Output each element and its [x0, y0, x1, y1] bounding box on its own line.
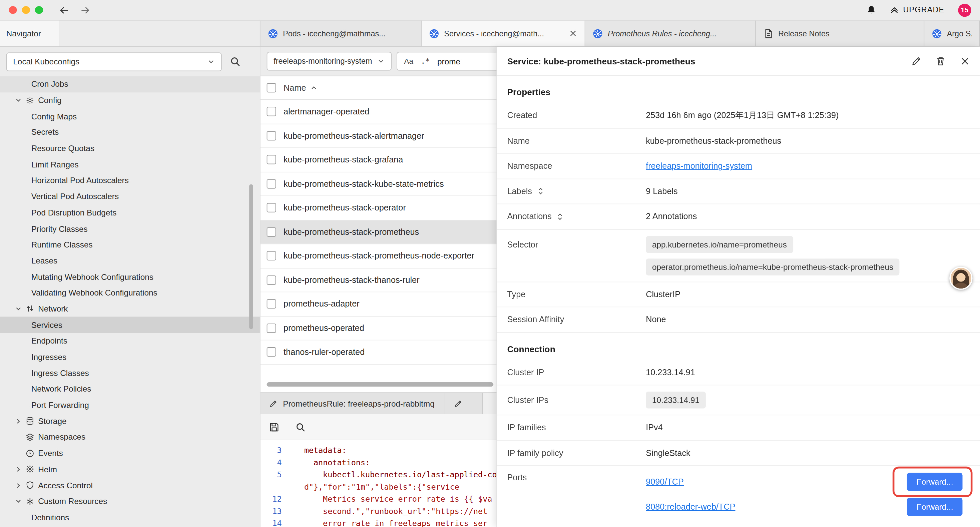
- search-icon[interactable]: [230, 56, 240, 67]
- sidebar-item-endpoints[interactable]: Endpoints: [0, 333, 260, 349]
- sidebar-item-pod-disruption-budgets[interactable]: Pod Disruption Budgets: [0, 204, 260, 220]
- unfold-icon[interactable]: [556, 212, 564, 221]
- sidebar-item-definitions[interactable]: Definitions: [0, 509, 260, 525]
- sidebar-item-resource-quotas[interactable]: Resource Quotas: [0, 140, 260, 156]
- unfold-icon[interactable]: [536, 187, 544, 196]
- row-checkbox[interactable]: [267, 275, 276, 285]
- notifications-bell-icon[interactable]: [866, 5, 876, 15]
- column-header-name[interactable]: Name: [283, 83, 317, 92]
- namespace-link[interactable]: freeleaps-monitoring-system: [646, 161, 752, 171]
- sidebar-item-leases[interactable]: Leases: [0, 253, 260, 269]
- port-link[interactable]: 8080:reloader-web/TCP: [646, 502, 735, 511]
- drawer-row-ports: Ports9090/TCPForward...8080:reloader-web…: [497, 466, 980, 519]
- sidebar-item-priority-classes[interactable]: Priority Classes: [0, 220, 260, 236]
- sidebar-item-port-forwarding[interactable]: Port Forwarding: [0, 397, 260, 413]
- sidebar-item-validating-webhook-configurations[interactable]: Validating Webhook Configurations: [0, 285, 260, 301]
- horizontal-scrollbar-thumb[interactable]: [267, 382, 494, 387]
- badge-list: 10.233.14.91: [646, 392, 970, 409]
- port-link[interactable]: 9090/TCP: [646, 477, 684, 486]
- row-checkbox[interactable]: [267, 347, 276, 357]
- match-case-toggle[interactable]: Aa: [404, 57, 414, 65]
- value-badge: app.kubernetes.io/name=prometheus: [646, 236, 793, 253]
- sidebar-item-mutating-webhook-configurations[interactable]: Mutating Webhook Configurations: [0, 269, 260, 285]
- forward-button[interactable]: Forward...: [907, 473, 963, 490]
- sidebar-item-events[interactable]: Events: [0, 445, 260, 461]
- sidebar-item-label: Custom Resources: [38, 497, 107, 506]
- code-text: Metrics service error rate is {{ $va: [282, 493, 492, 505]
- line-number: 13: [261, 505, 282, 517]
- sidebar-item-config[interactable]: Config: [0, 92, 260, 108]
- app-tab-pods-icecheng-mathmas[interactable]: Pods - icecheng@mathmas...: [261, 21, 422, 46]
- select-all-checkbox[interactable]: [267, 83, 276, 92]
- row-checkbox[interactable]: [267, 323, 276, 333]
- sidebar-item-label: Services: [31, 320, 62, 330]
- close-icon[interactable]: [569, 29, 577, 37]
- sidebar-item-config-maps[interactable]: Config Maps: [0, 108, 260, 124]
- service-name: kube-prometheus-stack-prometheus-node-ex…: [283, 251, 474, 261]
- editor-search-icon[interactable]: [296, 422, 305, 432]
- sidebar-item-namespaces[interactable]: Namespaces: [0, 429, 260, 445]
- sidebar-item-limit-ranges[interactable]: Limit Ranges: [0, 156, 260, 172]
- dock-tab-prometheusrule[interactable]: PrometheusRule: freeleaps-prod-rabbitmq: [261, 393, 445, 414]
- drawer-label-text: Type: [507, 290, 525, 299]
- chevron-down-icon[interactable]: [15, 97, 26, 104]
- notification-count-badge[interactable]: 15: [958, 3, 971, 16]
- drawer-label-text: Selector: [507, 239, 538, 249]
- row-checkbox[interactable]: [267, 179, 276, 188]
- chevron-right-icon[interactable]: [15, 417, 26, 425]
- sidebar-item-storage[interactable]: Storage: [0, 413, 260, 429]
- chevron-down-icon[interactable]: [15, 498, 26, 505]
- chevron-down-icon[interactable]: [15, 306, 26, 312]
- sidebar-item-label: Secrets: [31, 128, 59, 137]
- close-icon[interactable]: [960, 56, 970, 66]
- save-icon[interactable]: [269, 422, 279, 432]
- titlebar: UPGRADE 15: [0, 0, 980, 21]
- row-checkbox[interactable]: [267, 299, 276, 309]
- app-tab-prometheus-rules-icecheng[interactable]: Prometheus Rules - icecheng...: [585, 21, 756, 46]
- sidebar-item-label: Config: [38, 96, 61, 105]
- app-tab-release-notes[interactable]: Release Notes: [756, 21, 924, 46]
- delete-trash-icon[interactable]: [935, 56, 946, 66]
- events-icon: [26, 449, 38, 458]
- assistant-avatar[interactable]: [949, 267, 972, 290]
- row-checkbox[interactable]: [267, 203, 276, 212]
- row-checkbox[interactable]: [267, 131, 276, 140]
- close-window-button[interactable]: [9, 6, 16, 14]
- sidebar-item-cron-jobs[interactable]: Cron Jobs: [0, 76, 260, 92]
- maximize-window-button[interactable]: [35, 6, 43, 14]
- forward-icon[interactable]: [80, 5, 91, 15]
- row-checkbox[interactable]: [267, 251, 276, 261]
- sidebar-item-network[interactable]: Network: [0, 301, 260, 317]
- dock-tab-next[interactable]: [445, 393, 483, 414]
- upgrade-button[interactable]: UPGRADE: [890, 6, 944, 14]
- sidebar-item-horizontal-pod-autoscalers[interactable]: Horizontal Pod Autoscalers: [0, 172, 260, 188]
- sidebar-item-network-policies[interactable]: Network Policies: [0, 381, 260, 397]
- sidebar-item-ingresses[interactable]: Ingresses: [0, 349, 260, 365]
- chevron-right-icon[interactable]: [15, 466, 26, 473]
- chevron-right-icon[interactable]: [15, 482, 26, 489]
- sidebar-scrollbar-thumb[interactable]: [249, 184, 253, 329]
- back-icon[interactable]: [58, 5, 69, 15]
- kubeconfig-selector[interactable]: Local Kubeconfigs: [6, 52, 222, 71]
- drawer-value: 253d 16h 6m ago (2025年1月13日 GMT+8 1:25:3…: [646, 110, 970, 121]
- forward-button[interactable]: Forward...: [907, 497, 963, 515]
- sidebar-item-secrets[interactable]: Secrets: [0, 124, 260, 140]
- row-checkbox[interactable]: [267, 155, 276, 164]
- row-checkbox[interactable]: [267, 227, 276, 236]
- sidebar-item-custom-resources[interactable]: Custom Resources: [0, 493, 260, 509]
- sidebar-item-access-control[interactable]: Access Control: [0, 477, 260, 493]
- regex-toggle[interactable]: .*: [421, 57, 430, 65]
- sidebar-item-runtime-classes[interactable]: Runtime Classes: [0, 236, 260, 253]
- drawer-label: Labels: [507, 186, 646, 196]
- edit-pencil-icon[interactable]: [911, 56, 921, 66]
- navigator-header: Navigator: [0, 21, 261, 46]
- namespace-filter-select[interactable]: freeleaps-monitoring-system: [267, 52, 392, 70]
- sidebar-item-ingress-classes[interactable]: Ingress Classes: [0, 365, 260, 381]
- minimize-window-button[interactable]: [22, 6, 30, 14]
- row-checkbox[interactable]: [267, 107, 276, 116]
- sidebar-item-vertical-pod-autoscalers[interactable]: Vertical Pod Autoscalers: [0, 188, 260, 204]
- sidebar-item-services[interactable]: Services: [0, 317, 260, 333]
- sidebar-item-helm[interactable]: Helm: [0, 461, 260, 477]
- app-tab-argo-s[interactable]: Argo S...: [924, 21, 980, 46]
- app-tab-services-icecheng-math[interactable]: Services - icecheng@math...: [422, 21, 585, 46]
